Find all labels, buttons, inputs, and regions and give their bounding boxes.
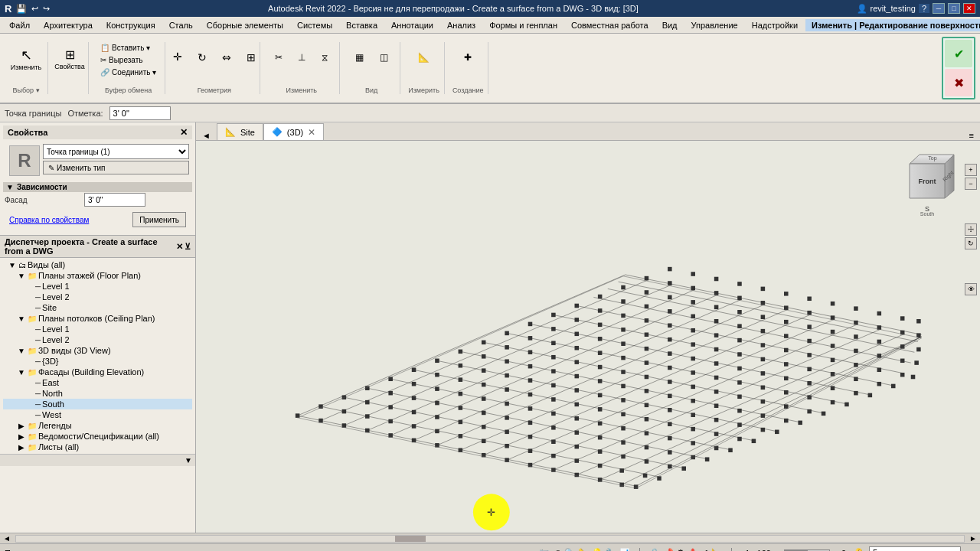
pan-button[interactable]: ☩ <box>965 223 977 236</box>
tree-level2[interactable]: ─ Level 2 <box>3 292 192 302</box>
tree-floor-plans[interactable]: ▼ 📁 Планы этажей (Floor Plan) <box>3 270 192 281</box>
cancel-edit-button[interactable]: ✖ <box>945 69 972 96</box>
horizontal-scrollbar[interactable]: ◄ ► <box>0 533 980 543</box>
wireframe-button[interactable]: ▦ <box>348 42 371 73</box>
tab-site[interactable]: 📐 Site <box>217 123 263 140</box>
maximize-button[interactable]: □ <box>948 3 960 14</box>
tree-level1[interactable]: ─ Level 1 <box>3 281 192 292</box>
tree-views-all[interactable]: ▼ 🗂 Виды (all) <box>3 259 192 270</box>
scroll-down-button[interactable]: ▼ <box>185 456 192 465</box>
cut-button[interactable]: ✂ Вырезать <box>96 54 160 66</box>
browser-expand-button[interactable]: ⊻ <box>185 242 191 252</box>
tree-ceiling-level1[interactable]: ─ Level 1 <box>3 324 192 334</box>
menu-architecture[interactable]: Архитектура <box>38 19 99 31</box>
browser-close-button[interactable]: ✕ <box>176 242 183 252</box>
search-icon[interactable]: 🔍 <box>564 548 575 551</box>
finish-edit-button[interactable]: ✔ <box>945 40 972 67</box>
look-button[interactable]: 👁 <box>965 283 977 295</box>
light-icon[interactable]: 💡 <box>592 548 603 551</box>
tree-east[interactable]: ─ East <box>3 377 192 388</box>
lock-icon[interactable]: 🔒 <box>649 548 660 551</box>
quick-access-undo[interactable]: ↩ <box>31 4 38 14</box>
collapse-right-button[interactable]: ≡ <box>966 131 977 140</box>
tree-sheets[interactable]: ▶ 📁 Листы (all) <box>3 442 192 452</box>
scale-display[interactable]: 1 : 100 <box>741 548 775 552</box>
scroll-left-button[interactable]: ◄ <box>0 534 14 543</box>
menu-analyze[interactable]: Анализ <box>441 19 482 31</box>
tree-north[interactable]: ─ North <box>3 388 192 399</box>
zoom-out-button[interactable]: − <box>965 178 977 190</box>
wrench-icon[interactable]: 🔧 <box>606 548 616 551</box>
workset-icon[interactable]: 🔑 <box>852 548 863 551</box>
tree-ceiling-level2[interactable]: ─ Level 2 <box>3 334 192 345</box>
menu-modify-surface[interactable]: Изменить | Редактирование поверхности <box>805 19 980 31</box>
help-button[interactable]: ? <box>919 4 929 13</box>
apply-button[interactable]: Применить <box>132 212 186 227</box>
paste-button[interactable]: 📋 Вставить ▾ <box>96 42 160 54</box>
menu-massing[interactable]: Формы и генплан <box>483 19 564 31</box>
view-icon[interactable]: 📷 <box>539 548 550 551</box>
collapse-left-button[interactable]: ◄ <box>199 131 214 140</box>
view-cube[interactable]: Front Right Top S South <box>893 148 962 217</box>
mark-input[interactable] <box>109 106 171 120</box>
pin-icon[interactable]: 📌 <box>663 548 674 551</box>
tree-schedules[interactable]: ▶ 📁 Ведомости/Спецификации (all) <box>3 431 192 442</box>
check-icon[interactable]: ✔ <box>701 548 708 551</box>
menu-precast[interactable]: Сборные элементы <box>201 19 289 31</box>
model-dropdown[interactable]: Главная модель <box>869 546 961 552</box>
mirror-button[interactable]: ⇔ <box>215 42 238 73</box>
print-icon[interactable]: 🖨 <box>553 549 561 552</box>
scroll-thumb[interactable] <box>395 536 426 542</box>
facade-input[interactable] <box>84 193 145 207</box>
change-type-button[interactable]: ✎ Изменить тип <box>43 161 189 174</box>
drafting-icon[interactable]: 📐 <box>711 548 722 551</box>
export-icon[interactable]: 📤 <box>688 548 698 551</box>
tree-ceiling-plans[interactable]: ▼ 📁 Планы потолков (Ceiling Plan) <box>3 313 192 324</box>
gear-icon[interactable]: ⚙ <box>677 548 684 551</box>
menu-view[interactable]: Вид <box>656 19 684 31</box>
orbit-button[interactable]: ↻ <box>965 237 977 249</box>
menu-manage[interactable]: Управление <box>685 19 744 31</box>
menu-insert[interactable]: Вставка <box>340 19 384 31</box>
join-button[interactable]: 🔗 Соединить ▾ <box>96 67 160 78</box>
menu-systems[interactable]: Системы <box>291 19 338 31</box>
array-button[interactable]: ⊞ <box>240 42 263 73</box>
scroll-right-button[interactable]: ► <box>966 534 980 543</box>
ruler-icon[interactable]: 📏 <box>578 548 589 551</box>
properties-close-button[interactable]: ✕ <box>180 127 188 138</box>
scroll-track[interactable] <box>15 535 965 543</box>
menu-steel[interactable]: Сталь <box>163 19 199 31</box>
quick-access-save[interactable]: 💾 <box>16 4 27 14</box>
tree-3d-view[interactable]: ─ {3D} <box>3 356 192 367</box>
modify-button[interactable]: ↖ Изменить <box>9 42 43 77</box>
create-button[interactable]: ✚ <box>456 42 479 73</box>
move-button[interactable]: ✛ <box>166 42 189 73</box>
menu-construction[interactable]: Конструкция <box>100 19 162 31</box>
properties-header[interactable]: Свойства ✕ <box>3 126 192 139</box>
help-link[interactable]: Справка по свойствам <box>6 214 92 226</box>
arrow-right-icon[interactable]: ► <box>967 549 975 552</box>
minimize-button[interactable]: ─ <box>933 3 945 14</box>
menu-file[interactable]: Файл <box>3 19 36 31</box>
tree-3d-views[interactable]: ▼ 📁 3D виды (3D View) <box>3 345 192 356</box>
chart-icon[interactable]: 📊 <box>619 548 630 551</box>
measure-button[interactable]: 📐 <box>413 42 436 73</box>
tree-west[interactable]: ─ West <box>3 409 192 420</box>
properties-button[interactable]: ⊞ Свойства <box>56 42 83 77</box>
zoom-in-button[interactable]: + <box>965 164 977 176</box>
element-type-dropdown[interactable]: Точка границы (1) <box>43 144 189 159</box>
hidden-line-button[interactable]: ◫ <box>372 42 395 73</box>
tab-3d-close-button[interactable]: ✕ <box>308 127 315 138</box>
tab-3d[interactable]: 🔷 (3D) ✕ <box>263 123 324 140</box>
split-button[interactable]: ⊥ <box>291 42 312 73</box>
tree-building-elevations[interactable]: ▼ 📁 Фасады (Building Elevation) <box>3 367 192 377</box>
tree-south[interactable]: ─ South <box>3 399 192 409</box>
offset-button[interactable]: ⧖ <box>314 42 335 73</box>
close-button[interactable]: ✕ <box>963 3 975 14</box>
trim-button[interactable]: ✂ <box>268 42 289 73</box>
rotate-button[interactable]: ↻ <box>191 42 214 73</box>
menu-addins[interactable]: Надстройки <box>746 19 804 31</box>
menu-annotate[interactable]: Аннотации <box>385 19 439 31</box>
menu-collaborate[interactable]: Совместная работа <box>565 19 655 31</box>
tree-site[interactable]: ─ Site <box>3 302 192 313</box>
